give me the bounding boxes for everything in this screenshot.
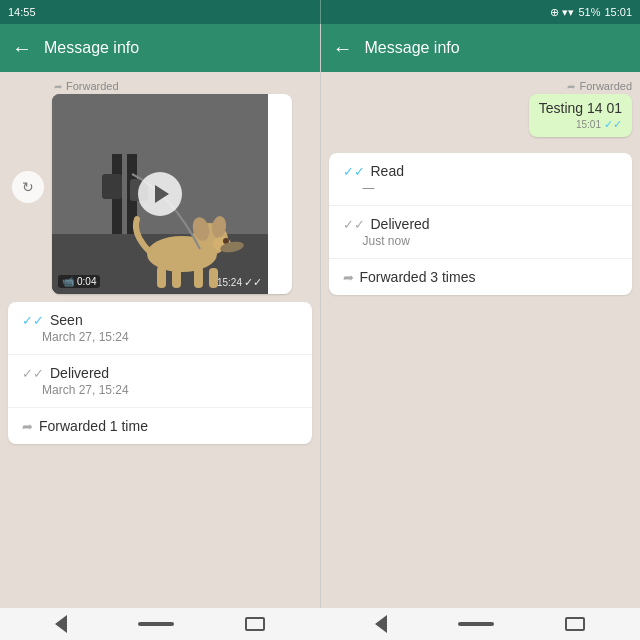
right-message-text: Testing 14 01 xyxy=(539,100,622,116)
status-left: 14:55 xyxy=(0,0,320,24)
status-icons-right: ⊕ ▾▾ xyxy=(550,6,574,19)
right-message-meta: 15:01 ✓✓ xyxy=(539,118,622,131)
svg-rect-13 xyxy=(172,268,181,288)
right-back-button[interactable]: ← xyxy=(329,33,357,64)
recent-nav-button-right[interactable] xyxy=(565,617,585,631)
svg-rect-14 xyxy=(194,266,203,288)
left-header: ← Message info xyxy=(0,24,320,72)
right-message-bubble: Testing 14 01 15:01 ✓✓ xyxy=(529,94,632,137)
right-delivered-check-icon: ✓✓ xyxy=(343,217,365,232)
left-header-title: Message info xyxy=(44,39,139,57)
svg-rect-4 xyxy=(102,174,122,199)
left-forwarded-label: ➦ Forwarded xyxy=(52,80,312,92)
battery-right: 51% xyxy=(578,6,600,18)
double-check-icon: ✓✓ xyxy=(244,276,262,289)
nav-bar xyxy=(0,608,640,640)
right-forward-icon: ➦ xyxy=(567,81,575,92)
nav-right xyxy=(320,608,640,640)
back-nav-button[interactable] xyxy=(55,615,67,633)
right-panel: ← Message info ➦ Forwarded Testing 14 01… xyxy=(321,24,641,608)
play-button[interactable] xyxy=(138,172,182,216)
right-message-wrap: ➦ Forwarded Testing 14 01 15:01 ✓✓ xyxy=(329,80,633,137)
left-chat-area: ↻ ➦ Forwarded xyxy=(0,72,320,608)
right-header: ← Message info xyxy=(321,24,641,72)
video-timestamp: 15:24 ✓✓ xyxy=(217,276,262,289)
back-nav-button-right[interactable] xyxy=(375,615,387,633)
nav-left xyxy=(0,608,320,640)
delivered-row-title: ✓✓ Delivered xyxy=(22,365,298,381)
forwarded-row: ➦ Forwarded 1 time xyxy=(8,408,312,444)
right-read-row: ✓✓ Read — xyxy=(329,153,633,206)
left-panel: ← Message info ↻ ➦ Forwarded xyxy=(0,24,321,608)
right-delivered-row: ✓✓ Delivered Just now xyxy=(329,206,633,259)
share-icon[interactable]: ↻ xyxy=(12,171,44,203)
right-check-icon: ✓✓ xyxy=(604,118,622,131)
video-thumbnail[interactable]: 📹 0:04 15:24 ✓✓ xyxy=(52,94,268,294)
right-forwarded-icon: ➦ xyxy=(343,270,354,285)
time-left: 14:55 xyxy=(8,6,36,18)
panels: ← Message info ↻ ➦ Forwarded xyxy=(0,24,640,608)
seen-row: ✓✓ Seen March 27, 15:24 xyxy=(8,302,312,355)
seen-row-title: ✓✓ Seen xyxy=(22,312,298,328)
right-delivered-title: ✓✓ Delivered xyxy=(343,216,619,232)
right-forwarded-label: ➦ Forwarded xyxy=(565,80,632,92)
left-back-button[interactable]: ← xyxy=(8,33,36,64)
seen-check-icon: ✓✓ xyxy=(22,313,44,328)
forwarded-row-title: ➦ Forwarded 1 time xyxy=(22,418,298,434)
time-right: 15:01 xyxy=(604,6,632,18)
delivered-check-icon: ✓✓ xyxy=(22,366,44,381)
right-info-card: ✓✓ Read — ✓✓ Delivered Just now ➦ Forwar xyxy=(329,153,633,295)
delivered-date: March 27, 15:24 xyxy=(22,383,298,397)
seen-date: March 27, 15:24 xyxy=(22,330,298,344)
video-duration: 📹 0:04 xyxy=(58,275,100,288)
delivered-row: ✓✓ Delivered March 27, 15:24 xyxy=(8,355,312,408)
svg-rect-12 xyxy=(157,266,166,288)
forward-icon: ➦ xyxy=(54,81,62,92)
right-read-check-icon: ✓✓ xyxy=(343,164,365,179)
left-message-wrap: ↻ ➦ Forwarded xyxy=(52,80,312,294)
right-chat-area: ➦ Forwarded Testing 14 01 15:01 ✓✓ ✓✓ Re… xyxy=(321,72,641,608)
right-read-dash: — xyxy=(343,181,619,195)
home-nav-button[interactable] xyxy=(138,622,174,626)
status-right: ⊕ ▾▾ 51% 15:01 xyxy=(321,0,641,24)
right-delivered-time: Just now xyxy=(343,234,619,248)
right-header-title: Message info xyxy=(365,39,460,57)
home-nav-button-right[interactable] xyxy=(458,622,494,626)
right-forwarded-title: ➦ Forwarded 3 times xyxy=(343,269,619,285)
recent-nav-button[interactable] xyxy=(245,617,265,631)
right-forwarded-row: ➦ Forwarded 3 times xyxy=(329,259,633,295)
status-bar: 14:55 ⊕ ▾▾ 51% 15:01 xyxy=(0,0,640,24)
left-video-bubble: 📹 0:04 15:24 ✓✓ xyxy=(52,94,292,294)
forwarded-arrow-icon: ➦ xyxy=(22,419,33,434)
play-triangle-icon xyxy=(155,185,169,203)
camera-icon: 📹 xyxy=(62,276,74,287)
right-read-title: ✓✓ Read xyxy=(343,163,619,179)
left-info-card: ✓✓ Seen March 27, 15:24 ✓✓ Delivered Mar… xyxy=(8,302,312,444)
